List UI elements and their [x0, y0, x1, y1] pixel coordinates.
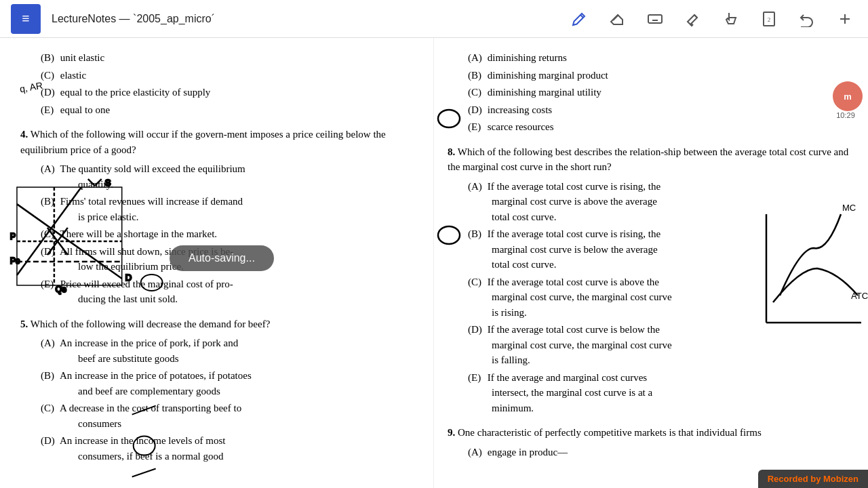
- q9-option-A: (A) engage in produc—: [468, 445, 854, 460]
- prev-question-options: (B) unit elastic (C) elastic (D) equal t…: [20, 50, 420, 117]
- option-E-top: (E) equal to one: [41, 102, 420, 118]
- q4-option-B: (B) Firms' total revenues will increase …: [41, 194, 420, 224]
- prev-question-options-right: (A) diminishing returns (B) diminishing …: [448, 50, 854, 135]
- q8-option-D: (D) If the average total cost curve is b…: [468, 322, 854, 368]
- q8-option-E: (E) If the average and marginal cost cur…: [468, 370, 854, 416]
- option-A-right-top: (A) diminishing returns: [468, 50, 854, 66]
- q5-option-B: (B) An increase in the price of potatoes…: [41, 368, 420, 399]
- recorded-brand: Mobizen: [823, 474, 859, 484]
- svg-line-30: [132, 469, 156, 477]
- option-C-top: (C) elastic: [41, 68, 420, 83]
- eraser-tool-button[interactable]: [605, 7, 629, 31]
- avatar: m: [833, 81, 863, 111]
- avatar-time: 10:29: [827, 111, 864, 119]
- svg-text:P: P: [10, 232, 16, 241]
- pen-tool-button[interactable]: [567, 7, 591, 31]
- keyboard-tool-button[interactable]: [643, 7, 667, 31]
- document-title: LectureNotes — `2005_ap_micro´: [52, 13, 556, 25]
- q8-option-C: (C) If the average total cost curve is a…: [468, 274, 854, 321]
- svg-line-0: [613, 15, 618, 20]
- marker-tool-button[interactable]: [681, 7, 705, 31]
- option-D-top: (D) equal to the price elasticity of sup…: [41, 85, 420, 100]
- option-D-right-top: (D) increasing costs: [468, 102, 854, 118]
- main-content: q, AR P Pc Qe S: [0, 38, 868, 488]
- toolbar: 2: [567, 7, 857, 31]
- option-B-top: (B) unit elastic: [41, 50, 420, 66]
- app-icon: ≡: [11, 4, 41, 34]
- q8-option-B: (B) If the average total cost curve is r…: [468, 226, 854, 272]
- question-9: 9. One characteristic of perfectly compe…: [448, 425, 854, 460]
- page-nav-button[interactable]: 2: [757, 7, 781, 31]
- option-E-right-top: (E) scarce resources: [468, 119, 854, 135]
- q5-option-D: (D) An increase in the income levels of …: [41, 433, 420, 464]
- q4-option-A: (A) The quantity sold will exceed the eq…: [41, 161, 420, 192]
- add-button[interactable]: [833, 7, 857, 31]
- right-panel: MC ATC (A) diminishing returns (B) dimin…: [434, 38, 868, 488]
- svg-text:Pc: Pc: [10, 256, 20, 266]
- q4-option-C: (C) There will be a shortage in the mark…: [41, 226, 420, 242]
- q5-option-A: (A) An increase in the price of pork, if…: [41, 336, 420, 366]
- option-C-right-top: (C) diminishing marginal utility: [468, 85, 854, 100]
- q8-option-A: (A) If the average total cost curve is r…: [468, 179, 854, 225]
- question-5: 5. Which of the following will decrease …: [20, 317, 420, 464]
- title-bar: ≡ LectureNotes — `2005_ap_micro´: [0, 0, 868, 38]
- undo-button[interactable]: [795, 7, 819, 31]
- question-8: 8. Which of the following best describes…: [448, 144, 854, 416]
- recorded-banner: Recorded by Mobizen: [758, 470, 868, 488]
- q4-option-E: (E) Price will exceed the marginal cost …: [41, 277, 420, 307]
- svg-text:2: 2: [768, 16, 771, 23]
- svg-rect-1: [648, 15, 662, 23]
- question-4: 4. Which of the following will occur if …: [20, 127, 420, 307]
- auto-save-toast: Auto-saving...: [170, 245, 274, 271]
- q5-option-C: (C) A decrease in the cost of transporti…: [41, 401, 420, 431]
- option-B-right-top: (B) diminishing marginal product: [468, 68, 854, 83]
- pointer-tool-button[interactable]: [719, 7, 743, 31]
